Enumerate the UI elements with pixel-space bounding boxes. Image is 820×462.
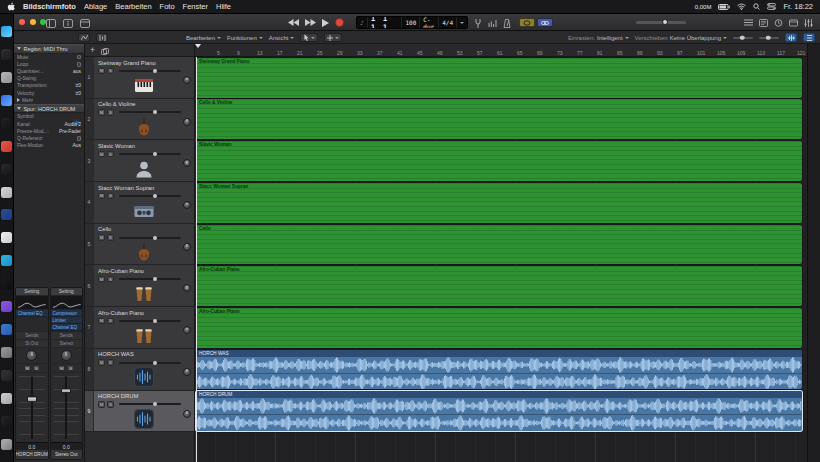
track-solo-button[interactable]: S [107,401,114,408]
track-solo-button[interactable]: S [107,359,114,366]
track-solo-button[interactable]: S [107,234,114,241]
midi-region[interactable]: Afro-Cuban Piano [196,266,802,306]
track-pan-knob[interactable] [183,201,191,209]
track-solo-button[interactable]: S [107,68,114,75]
browser-icon[interactable] [789,18,798,28]
horizontal-zoom-slider[interactable] [733,37,753,39]
strip-solo-button[interactable]: S [33,365,40,372]
track-pan-knob[interactable] [183,284,191,292]
track-header-6[interactable]: 6Afro-Cuban PianoMS [85,265,194,307]
track-header-3[interactable]: 3Slavic WomanMS [85,140,194,182]
track-volume-slider[interactable] [119,195,181,197]
track-mute-button[interactable]: M [98,193,105,200]
strip-sends[interactable]: Sends [51,332,83,340]
control-center-icon[interactable] [767,3,776,10]
strip-eq-display[interactable] [51,296,83,310]
track-pan-knob[interactable] [183,159,191,167]
inspector-toggle-icon[interactable] [63,18,73,28]
inspector-row[interactable]: Q-Swing: [14,75,84,82]
inspector-row[interactable]: Transposition:±0 [14,82,84,89]
flex-toggle-icon[interactable] [96,33,108,43]
track-mute-button[interactable]: M [98,68,105,75]
track-mute-button[interactable]: M [98,401,105,408]
inspector-row[interactable]: Loop: [14,61,84,68]
inspector-row[interactable]: Q-Referenz: [14,135,84,142]
lcd-mode-caret-icon[interactable] [457,17,467,28]
track-header-2[interactable]: 2Cello & ViolineMS [85,99,194,141]
dock-app-icon[interactable] [1,416,12,427]
strip-mute-button[interactable]: M [58,365,65,372]
dock-app-icon[interactable] [1,347,12,358]
playhead-marker-icon[interactable] [195,44,201,48]
checkbox[interactable] [77,62,82,67]
lcd-display[interactable]: ♪ 1 1 1 1 100 C-dur 4/4 [356,16,468,29]
menubar-menu-foto[interactable]: Foto [160,2,175,11]
track-pan-knob[interactable] [183,118,191,126]
track-volume-slider[interactable] [119,237,181,239]
inspector-row[interactable]: Velocity:±0 [14,89,84,96]
arrange-lanes[interactable]: Steinway Grand PianoCello & ViolineSlavi… [195,57,807,462]
track-solo-button[interactable]: S [107,109,114,116]
track-mute-button[interactable]: M [98,276,105,283]
plugin-slot[interactable]: Limiter [51,317,83,324]
plugin-slot[interactable]: Channel EQ [51,324,83,331]
strip-sends[interactable]: Sends [16,332,48,340]
track-volume-slider[interactable] [119,111,181,113]
track-header-5[interactable]: 5CelloMS [85,224,194,266]
track-header-9[interactable]: 9HORCH DRUMMS [85,391,194,433]
dock-app-icon[interactable] [1,164,12,175]
cycle-button[interactable] [519,18,535,27]
playhead[interactable] [196,57,197,462]
plugin-slot[interactable]: Channel EQ [16,310,48,317]
dock-app-icon[interactable] [1,209,12,220]
strip-output[interactable]: Stereo [51,340,83,348]
dock-app-icon[interactable] [1,255,12,266]
strip-pan-knob[interactable] [51,348,83,364]
minimize-button[interactable] [30,19,36,25]
inspector-row[interactable]: Mute: [14,54,84,61]
loop-browser-icon[interactable] [774,18,783,28]
midi-region[interactable]: Cello [196,225,802,265]
network-meter[interactable]: 0,00M [695,4,712,10]
metronome-icon[interactable] [503,18,511,28]
track-mute-button[interactable]: M [98,234,105,241]
checkbox[interactable] [77,55,82,60]
inspector-value[interactable]: Pre-Fader [59,129,81,134]
menubar-menu-ablage[interactable]: Ablage [84,2,107,11]
track-pan-knob[interactable] [183,368,191,376]
track-pan-knob[interactable] [183,243,191,251]
command-click-tool-menu[interactable] [324,33,342,42]
strip-fader[interactable] [16,373,48,442]
dock-app-icon[interactable] [1,187,12,198]
track-volume-slider[interactable] [119,153,181,155]
region-inspector-header[interactable]: Region: MIDI Thru [14,44,84,54]
strip-setting-button[interactable]: Setting [51,288,83,296]
tuner-icon[interactable] [474,18,482,28]
dock-app-icon[interactable] [1,324,12,335]
bar-ruler[interactable]: 5913172125293337414549535761656973778185… [195,44,807,57]
automation-toggle-icon[interactable] [78,33,90,43]
left-click-tool-menu[interactable] [300,33,318,42]
track-volume-slider[interactable] [119,278,181,280]
midi-region[interactable]: Stacc Woman Sopran [196,183,802,223]
inspector-value[interactable]: ±0 [76,91,81,96]
track-pan-knob[interactable] [183,326,191,334]
wifi-icon[interactable] [737,3,746,10]
track-mute-button[interactable]: M [98,151,105,158]
edit-menu[interactable]: Bearbeiten [186,35,221,41]
inspector-value[interactable]: Audio 2 [64,122,81,127]
functions-menu[interactable]: Funktionen [227,35,263,41]
waveform-zoom-button[interactable] [785,33,797,43]
track-solo-button[interactable]: S [107,318,114,325]
dock-app-icon[interactable] [1,232,12,243]
view-menu[interactable]: Ansicht [269,35,295,41]
note-pads-icon[interactable] [759,18,768,28]
track-inspector-header[interactable]: Spur: HORCH DRUM [14,104,84,114]
track-header-8[interactable]: 8HORCH WASMS [85,349,194,391]
master-volume-slider[interactable] [636,21,686,24]
midi-region[interactable]: Slavic Woman [196,141,802,181]
search-icon[interactable] [753,3,760,10]
track-solo-button[interactable]: S [107,276,114,283]
track-header-7[interactable]: 7Afro-Cuban PianoMS [85,307,194,349]
plugin-slot[interactable]: Compressor [51,310,83,317]
